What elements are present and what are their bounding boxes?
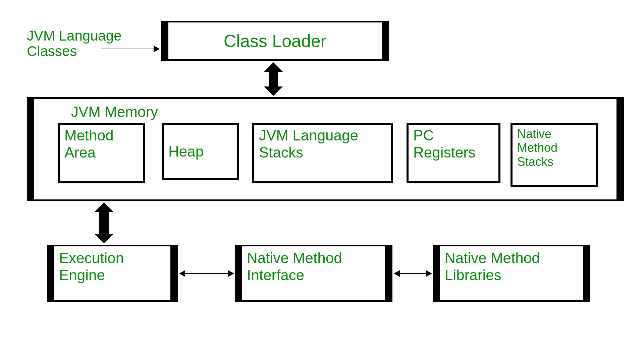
text-line: Libraries xyxy=(445,267,540,284)
text-line: PC xyxy=(413,127,476,144)
arrow-head-icon xyxy=(394,270,400,277)
text-line: JVM Language xyxy=(27,28,122,44)
jvm-memory-title: JVM Memory xyxy=(71,104,606,120)
pc-registers-box: PC Registers xyxy=(407,123,500,183)
text-line: Native xyxy=(517,127,557,141)
arrow-head-icon xyxy=(154,46,160,52)
native-method-libraries-box: Native Method Libraries xyxy=(433,245,590,302)
arrow-to-class-loader xyxy=(101,49,154,49)
class-loader-label: Class Loader xyxy=(173,31,377,51)
double-arrow-line xyxy=(185,273,228,274)
arrow-head-icon xyxy=(228,270,234,277)
jvm-memory-inner: Method Area Heap JVM Language Stacks PC … xyxy=(44,123,606,193)
arrow-head-icon xyxy=(426,270,432,277)
text-line: Interface xyxy=(247,267,342,284)
execution-engine-box: Execution Engine xyxy=(47,245,178,302)
text-line: Native Method xyxy=(445,250,540,267)
text-line: Native Method xyxy=(247,250,342,267)
jvm-language-classes-label: JVM Language Classes xyxy=(27,28,122,59)
class-loader-box: Class Loader xyxy=(161,21,389,61)
text-line: Classes xyxy=(27,44,122,59)
text-line: Engine xyxy=(59,267,124,284)
native-method-interface-box: Native Method Interface xyxy=(235,245,392,302)
native-method-stacks-box: Native Method Stacks xyxy=(511,123,598,187)
text-line: Execution xyxy=(59,250,124,267)
double-arrow-line xyxy=(400,273,426,274)
text-line: Area xyxy=(64,144,114,161)
text-line: Method xyxy=(64,127,114,144)
text-line: Stacks xyxy=(259,144,358,161)
jvm-memory-container: JVM Memory Method Area Heap JVM Language… xyxy=(27,97,624,201)
jvm-language-stacks-box: JVM Language Stacks xyxy=(252,123,393,183)
heap-label: Heap xyxy=(168,143,204,160)
text-line: Stacks xyxy=(517,155,557,169)
text-line: Method xyxy=(517,141,557,155)
double-arrow-vertical-icon xyxy=(265,62,282,96)
double-arrow-vertical-icon xyxy=(96,202,112,243)
text-line: JVM Language xyxy=(259,127,358,144)
arrow-head-icon xyxy=(179,270,185,277)
text-line: Registers xyxy=(413,144,476,161)
method-area-box: Method Area xyxy=(58,123,145,183)
heap-box: Heap xyxy=(162,123,239,180)
